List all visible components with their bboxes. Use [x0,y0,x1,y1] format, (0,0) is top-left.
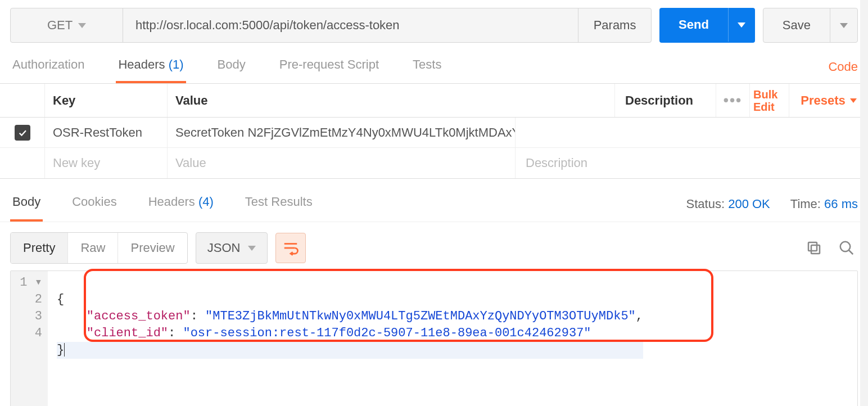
wrap-lines-button[interactable] [275,233,306,263]
brace-open: { [57,292,64,306]
check-icon [17,128,28,138]
vertical-scrollbar[interactable] [860,0,868,406]
tab-label: Authorization [12,57,84,71]
headers-table: Key Value Description ••• Bulk Edit Pres… [0,83,868,179]
header-desc-cell[interactable] [516,118,868,147]
app-root: GET Params Send Save [0,0,868,406]
tab-authorization[interactable]: Authorization [10,57,87,83]
resp-tab-cookies[interactable]: Cookies [70,195,119,222]
url-group: GET Params [10,8,652,43]
svg-point-4 [840,242,851,252]
tab-label: Cookies [72,195,116,209]
json-key: "access_token" [87,309,191,323]
send-button[interactable]: Send [659,8,728,42]
save-button-group: Save [763,8,858,43]
tab-label: Headers [148,195,195,209]
header-row-new[interactable]: New key Value Description [0,148,868,178]
status-value: 200 OK [728,197,770,211]
line-number: 4 [16,325,42,342]
headers-table-head: Key Value Description ••• Bulk Edit Pres… [0,84,868,118]
tab-count: (1) [169,57,184,71]
new-desc-placeholder[interactable]: Description [516,148,868,178]
svg-line-5 [849,250,853,255]
tab-label: Body [218,57,246,71]
json-value: "MTE3ZjBkMmUtNTkwNy0xMWU4LTg5ZWEtMDAxYzQ… [205,309,636,323]
body-view-controls: Pretty Raw Preview JSON [0,222,868,270]
view-pretty[interactable]: Pretty [11,233,67,263]
header-value-cell[interactable]: SecretToken N2FjZGVlZmEtMzY4Ny0xMWU4LTk0… [168,118,516,147]
col-description: Description [615,84,716,117]
status-meta: Status: 200 OK [686,197,770,211]
response-section-header: Body Cookies Headers (4) Test Results St… [0,179,868,222]
save-label: Save [783,18,811,33]
caret-down-icon [850,98,857,103]
tab-label: Tests [413,57,441,71]
json-key: "client_id" [87,326,168,340]
params-button[interactable]: Params [578,8,651,42]
line-number: 1 [20,276,27,290]
view-mode-segment: Pretty Raw Preview [10,232,188,264]
tab-label: Body [12,195,40,209]
tab-headers[interactable]: Headers (1) [116,57,186,83]
time-value: 66 ms [824,197,858,211]
generate-code-link[interactable]: Code [828,60,858,83]
time-meta: Time: 66 ms [790,197,858,211]
resp-tab-headers[interactable]: Headers (4) [146,195,216,222]
http-method-select[interactable]: GET [11,8,123,42]
chevron-down-icon [248,246,256,251]
params-label: Params [594,18,636,33]
body-format-select[interactable]: JSON [196,232,268,264]
text-cursor [64,343,65,357]
http-method-value: GET [47,18,73,33]
copy-icon [806,240,822,256]
send-label: Send [679,17,709,32]
resp-tab-testresults[interactable]: Test Results [243,195,315,222]
tab-label: Pre-request Script [279,57,379,71]
tab-body[interactable]: Body [215,57,248,83]
tab-prerequest[interactable]: Pre-request Script [277,57,381,83]
header-row: OSR-RestToken SecretToken N2FjZGVlZmEtMz… [0,118,868,148]
request-bar: GET Params Send Save [0,0,868,48]
tab-label: Headers [118,57,165,71]
request-url-input[interactable] [123,8,578,42]
format-value: JSON [207,241,241,255]
request-tabs: Authorization Headers (1) Body Pre-reque… [0,48,868,83]
header-key-cell[interactable]: OSR-RestToken [45,118,168,147]
new-value-placeholder[interactable]: Value [168,148,516,178]
enable-header-checkbox[interactable] [15,125,30,141]
code-text[interactable]: { "access_token": "MTE3ZjBkMmUtNTkwNy0xM… [48,271,652,406]
save-dropdown[interactable] [830,8,857,42]
copy-response-button[interactable] [803,237,825,259]
chevron-down-icon [78,23,86,28]
tab-count: (4) [198,195,214,209]
svg-rect-3 [808,242,817,251]
status-label: Status: [686,197,725,211]
presets-label: Presets [801,93,846,108]
response-body: 1 ▾ 2 3 4 { "access_token": "MTE3ZjBkMmU… [10,270,858,406]
send-button-group: Send [659,8,755,43]
col-key: Key [45,84,168,117]
more-columns-button[interactable]: ••• [716,84,750,117]
code-link-label: Code [828,60,858,74]
fold-icon[interactable]: ▾ [35,276,42,290]
send-dropdown[interactable] [728,8,755,42]
view-raw[interactable]: Raw [67,233,117,263]
line-number: 3 [16,308,42,325]
line-gutter: 1 ▾ 2 3 4 [11,271,48,406]
view-preview[interactable]: Preview [117,233,187,263]
chevron-down-icon [738,22,745,28]
line-number: 2 [16,291,42,308]
tab-tests[interactable]: Tests [410,57,444,83]
svg-rect-2 [811,245,820,254]
resp-tab-body[interactable]: Body [10,195,43,222]
save-button[interactable]: Save [763,8,830,42]
chevron-down-icon [840,23,848,28]
presets-dropdown[interactable]: Presets [789,84,868,117]
col-value: Value [168,84,615,117]
time-label: Time: [790,197,821,211]
search-response-button[interactable] [835,237,858,259]
bulk-edit-link[interactable]: Bulk Edit [750,84,789,117]
response-meta: Status: 200 OK Time: 66 ms [686,197,858,222]
new-key-placeholder[interactable]: New key [45,148,168,178]
tab-label: Test Results [245,195,313,209]
